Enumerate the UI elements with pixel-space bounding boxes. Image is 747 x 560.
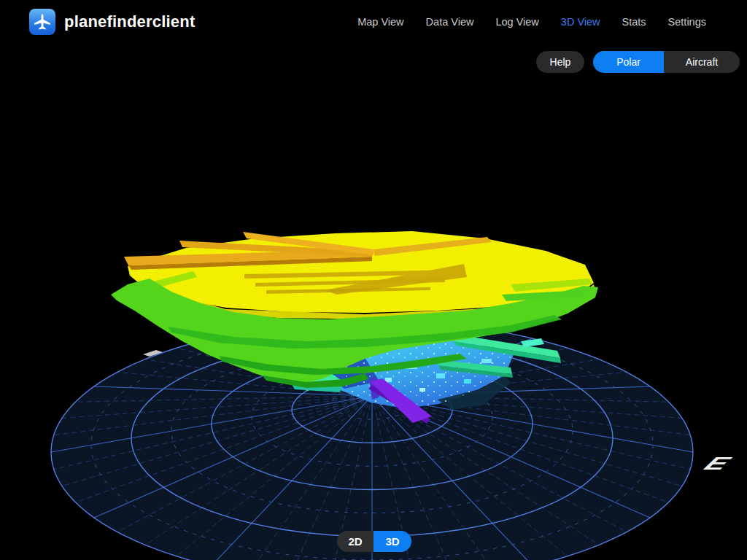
nav-item-data-view[interactable]: Data View [426, 16, 474, 28]
header-bar: planefinderclient Map View Data View Log… [0, 0, 747, 44]
scene-canvas[interactable]: E [0, 0, 747, 560]
dimension-toggle: 2D 3D [337, 531, 411, 552]
segment-2d[interactable]: 2D [337, 531, 374, 552]
aircraft-segment[interactable]: Aircraft [664, 51, 740, 73]
polar-aircraft-switch: Polar Aircraft [593, 51, 740, 73]
brand-logo [29, 9, 55, 35]
nav-item-settings[interactable]: Settings [668, 16, 706, 28]
compass-east-label: E [700, 454, 736, 474]
nav-item-stats[interactable]: Stats [622, 16, 646, 28]
help-button[interactable]: Help [536, 51, 584, 73]
view-toolbar: Help Polar Aircraft [536, 51, 740, 73]
brand-title: planefinderclient [64, 12, 195, 31]
brand: planefinderclient [29, 9, 195, 35]
nav-item-3d-view[interactable]: 3D View [561, 16, 600, 28]
segment-3d[interactable]: 3D [374, 531, 411, 552]
nav-item-map-view[interactable]: Map View [357, 16, 403, 28]
nav-item-log-view[interactable]: Log View [495, 16, 538, 28]
main-nav: Map View Data View Log View 3D View Stat… [357, 16, 706, 28]
airplane-icon [33, 12, 52, 31]
polar-segment[interactable]: Polar [593, 51, 664, 73]
